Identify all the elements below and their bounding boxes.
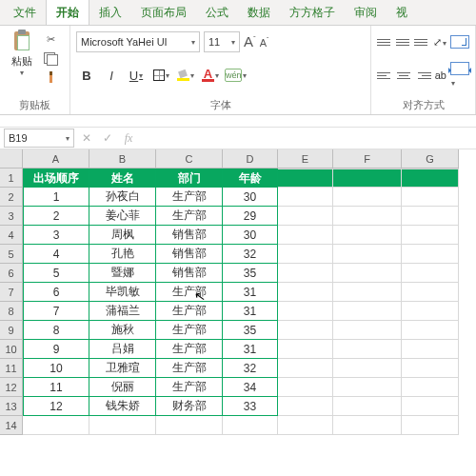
bold-button[interactable]: B — [76, 65, 97, 86]
row-header-4[interactable]: 4 — [0, 226, 23, 245]
fx-button[interactable]: fx — [118, 131, 139, 146]
cell[interactable]: 年龄 — [223, 169, 278, 188]
row-header-1[interactable]: 1 — [0, 169, 23, 188]
row-header-5[interactable]: 5 — [0, 245, 23, 264]
cell[interactable]: 35 — [223, 264, 278, 283]
cell[interactable] — [402, 340, 459, 359]
paste-button[interactable]: 粘贴 ▾ — [6, 30, 38, 85]
cell[interactable] — [278, 416, 333, 435]
cell[interactable]: 34 — [223, 378, 278, 397]
tab-7[interactable]: 审阅 — [345, 0, 387, 25]
tab-2[interactable]: 插入 — [89, 0, 131, 25]
cell[interactable]: 生产部 — [156, 359, 223, 378]
cell[interactable] — [333, 416, 402, 435]
row-header-10[interactable]: 10 — [0, 340, 23, 359]
cell[interactable]: 31 — [223, 340, 278, 359]
cell[interactable]: 6 — [23, 283, 89, 302]
cell[interactable] — [402, 359, 459, 378]
name-box[interactable]: B19 ▾ — [4, 129, 74, 148]
tab-8[interactable]: 视 — [387, 0, 417, 25]
row-header-11[interactable]: 11 — [0, 359, 23, 378]
cell[interactable] — [333, 302, 402, 321]
cell[interactable]: 吕娟 — [89, 340, 156, 359]
row-header-9[interactable]: 9 — [0, 321, 23, 340]
tab-1[interactable]: 开始 — [46, 0, 89, 25]
cell[interactable] — [402, 283, 459, 302]
row-header-14[interactable]: 14 — [0, 416, 23, 435]
cell[interactable] — [333, 245, 402, 264]
cell[interactable]: 1 — [23, 188, 89, 207]
cell[interactable]: 35 — [223, 321, 278, 340]
cell[interactable]: 施秋 — [89, 321, 156, 340]
cell[interactable]: 部门 — [156, 169, 223, 188]
cell[interactable]: 销售部 — [156, 264, 223, 283]
cell[interactable]: 生产部 — [156, 340, 223, 359]
font-name-select[interactable]: Microsoft YaHei UI ▾ — [76, 31, 200, 52]
cell[interactable] — [223, 416, 278, 435]
cell[interactable] — [402, 226, 459, 245]
cell[interactable] — [333, 226, 402, 245]
cell[interactable] — [278, 359, 333, 378]
cells-area[interactable]: 出场顺序姓名部门年龄1孙夜白生产部302姜心菲生产部293周枫销售部304孔艳销… — [23, 169, 476, 435]
cell[interactable]: 9 — [23, 340, 89, 359]
cell[interactable]: 7 — [23, 302, 89, 321]
cell[interactable] — [278, 283, 333, 302]
cell[interactable]: 10 — [23, 359, 89, 378]
cell[interactable] — [278, 321, 333, 340]
cell[interactable] — [402, 207, 459, 226]
underline-button[interactable]: U▾ — [126, 65, 147, 86]
cell[interactable] — [23, 416, 89, 435]
cell[interactable]: 生产部 — [156, 207, 223, 226]
cell[interactable] — [278, 378, 333, 397]
fill-color-button[interactable]: ▾ — [175, 65, 196, 86]
cell[interactable] — [402, 264, 459, 283]
cell[interactable]: 销售部 — [156, 245, 223, 264]
cancel-button[interactable]: ✕ — [76, 131, 97, 145]
cell[interactable] — [333, 283, 402, 302]
cell[interactable]: 周枫 — [89, 226, 156, 245]
cell[interactable]: 生产部 — [156, 378, 223, 397]
row-header-6[interactable]: 6 — [0, 264, 23, 283]
tab-0[interactable]: 文件 — [4, 0, 46, 25]
cell[interactable]: 出场顺序 — [23, 169, 89, 188]
row-header-8[interactable]: 8 — [0, 302, 23, 321]
cell[interactable]: 8 — [23, 321, 89, 340]
wrap-text-button[interactable] — [450, 35, 469, 49]
cell[interactable]: 姜心菲 — [89, 207, 156, 226]
cell[interactable] — [278, 226, 333, 245]
cell[interactable]: 32 — [223, 245, 278, 264]
col-header-C[interactable]: C — [156, 149, 223, 169]
align-middle-button[interactable] — [396, 32, 411, 51]
cell[interactable]: 生产部 — [156, 283, 223, 302]
cell[interactable]: 倪丽 — [89, 378, 156, 397]
cell[interactable]: 生产部 — [156, 302, 223, 321]
col-header-A[interactable]: A — [23, 149, 89, 169]
cell[interactable] — [402, 416, 459, 435]
cut-button[interactable] — [42, 31, 59, 47]
cell[interactable] — [333, 321, 402, 340]
cell[interactable] — [278, 169, 333, 188]
cell[interactable]: 33 — [223, 397, 278, 416]
cell[interactable] — [402, 169, 459, 188]
cell[interactable]: 11 — [23, 378, 89, 397]
align-right-button[interactable] — [416, 66, 431, 85]
align-top-button[interactable] — [377, 32, 392, 51]
cell[interactable] — [333, 340, 402, 359]
cell[interactable]: 孙夜白 — [89, 188, 156, 207]
cell[interactable]: 31 — [223, 283, 278, 302]
row-header-12[interactable]: 12 — [0, 378, 23, 397]
cell[interactable] — [333, 359, 402, 378]
cell[interactable] — [333, 378, 402, 397]
col-header-G[interactable]: G — [402, 149, 459, 169]
cell[interactable]: 3 — [23, 226, 89, 245]
cell[interactable]: 销售部 — [156, 226, 223, 245]
indent-button[interactable]: ab — [435, 69, 446, 81]
cell[interactable]: 孔艳 — [89, 245, 156, 264]
decrease-font-button[interactable]: Aˇ — [260, 36, 269, 49]
cell[interactable] — [333, 169, 402, 188]
row-header-13[interactable]: 13 — [0, 397, 23, 416]
merge-button[interactable]: ▾ — [450, 62, 469, 89]
cell[interactable]: 生产部 — [156, 188, 223, 207]
border-button[interactable]: ▾ — [150, 65, 171, 86]
orientation-button[interactable]: ⤢▾ — [433, 36, 446, 49]
